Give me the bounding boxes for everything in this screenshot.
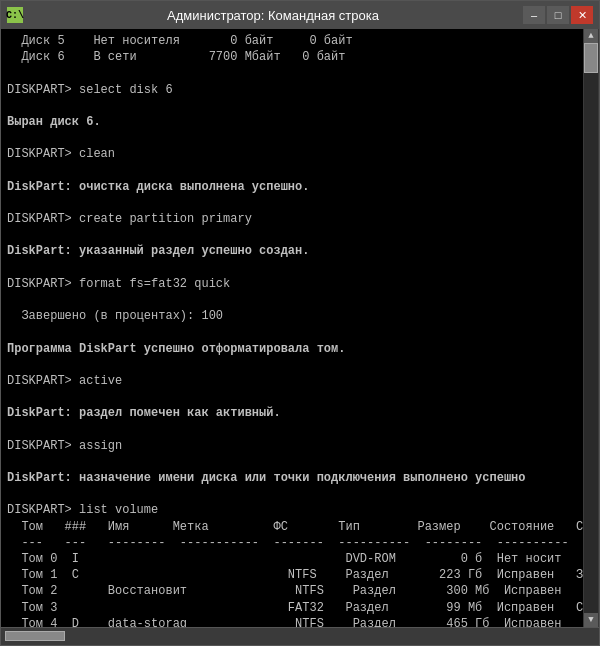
app-icon: C:\ [7,7,23,23]
title-bar: C:\ Администратор: Командная строка – □ … [1,1,599,29]
maximize-button[interactable]: □ [547,6,569,24]
horizontal-scrollbar[interactable] [5,630,595,644]
vertical-scrollbar[interactable]: ▲ ▼ [583,29,599,627]
window-title: Администратор: Командная строка [23,8,523,23]
scroll-down-arrow[interactable]: ▼ [584,613,598,627]
console-text: Диск 5 Нет носителя 0 байт 0 байт Диск 6… [7,33,577,627]
bottom-bar [1,627,599,645]
console-area[interactable]: Диск 5 Нет носителя 0 байт 0 байт Диск 6… [1,29,583,627]
close-button[interactable]: ✕ [571,6,593,24]
window: C:\ Администратор: Командная строка – □ … [0,0,600,646]
scroll-track[interactable] [584,43,598,613]
scroll-up-arrow[interactable]: ▲ [584,29,598,43]
hscroll-thumb[interactable] [5,631,65,641]
scroll-thumb[interactable] [584,43,598,73]
window-controls: – □ ✕ [523,6,593,24]
main-body: Диск 5 Нет носителя 0 байт 0 байт Диск 6… [1,29,599,627]
minimize-button[interactable]: – [523,6,545,24]
